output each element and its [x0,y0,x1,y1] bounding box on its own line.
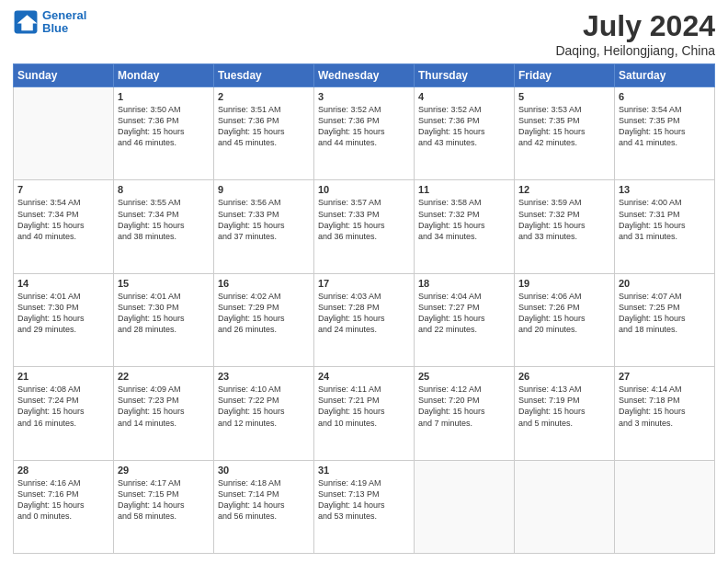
day-info: Sunrise: 3:57 AM Sunset: 7:33 PM Dayligh… [318,197,410,242]
calendar-table: Sunday Monday Tuesday Wednesday Thursday… [13,63,715,554]
calendar-row-4: 28Sunrise: 4:16 AM Sunset: 7:16 PM Dayli… [14,460,715,553]
calendar-cell-2-4: 18Sunrise: 4:04 AM Sunset: 7:27 PM Dayli… [415,273,515,366]
logo-line1: General [42,8,86,22]
day-info: Sunrise: 4:01 AM Sunset: 7:30 PM Dayligh… [118,291,210,336]
calendar-cell-1-4: 11Sunrise: 3:58 AM Sunset: 7:32 PM Dayli… [415,180,515,273]
day-number: 3 [318,91,410,102]
calendar-cell-0-4: 4Sunrise: 3:52 AM Sunset: 7:36 PM Daylig… [415,87,515,180]
day-number: 24 [318,371,410,382]
page: General Blue July 2024 Daqing, Heilongji… [0,0,728,563]
day-info: Sunrise: 4:16 AM Sunset: 7:16 PM Dayligh… [17,477,109,523]
header-friday: Friday [515,64,615,87]
calendar-cell-2-5: 19Sunrise: 4:06 AM Sunset: 7:26 PM Dayli… [515,273,615,366]
day-info: Sunrise: 3:51 AM Sunset: 7:36 PM Dayligh… [218,104,310,149]
day-info: Sunrise: 4:13 AM Sunset: 7:19 PM Dayligh… [518,384,610,429]
day-info: Sunrise: 4:06 AM Sunset: 7:26 PM Dayligh… [518,291,610,336]
day-info: Sunrise: 3:52 AM Sunset: 7:36 PM Dayligh… [318,104,410,149]
day-number: 8 [118,184,210,195]
day-number: 17 [318,278,410,289]
day-info: Sunrise: 4:04 AM Sunset: 7:27 PM Dayligh… [418,291,510,336]
day-info: Sunrise: 4:00 AM Sunset: 7:31 PM Dayligh… [619,197,711,242]
calendar-row-0: 1Sunrise: 3:50 AM Sunset: 7:36 PM Daylig… [14,87,715,180]
day-number: 7 [17,184,109,195]
calendar-cell-3-2: 23Sunrise: 4:10 AM Sunset: 7:22 PM Dayli… [214,367,314,460]
calendar-cell-0-5: 5Sunrise: 3:53 AM Sunset: 7:35 PM Daylig… [515,87,615,180]
day-info: Sunrise: 4:10 AM Sunset: 7:22 PM Dayligh… [218,384,310,429]
logo-icon [13,9,39,35]
day-number: 13 [619,184,711,195]
day-number: 23 [218,371,310,382]
header: General Blue July 2024 Daqing, Heilongji… [13,9,715,58]
calendar-cell-0-2: 2Sunrise: 3:51 AM Sunset: 7:36 PM Daylig… [214,87,314,180]
day-info: Sunrise: 4:01 AM Sunset: 7:30 PM Dayligh… [17,291,109,336]
day-info: Sunrise: 4:02 AM Sunset: 7:29 PM Dayligh… [218,291,310,336]
header-monday: Monday [114,64,214,87]
day-number: 22 [118,371,210,382]
day-info: Sunrise: 4:09 AM Sunset: 7:23 PM Dayligh… [118,384,210,429]
calendar-cell-1-6: 13Sunrise: 4:00 AM Sunset: 7:31 PM Dayli… [615,180,715,273]
calendar-row-3: 21Sunrise: 4:08 AM Sunset: 7:24 PM Dayli… [14,367,715,460]
day-number: 30 [218,465,310,476]
day-info: Sunrise: 4:03 AM Sunset: 7:28 PM Dayligh… [318,291,410,336]
logo-text: General Blue [42,9,86,36]
calendar-cell-4-0: 28Sunrise: 4:16 AM Sunset: 7:16 PM Dayli… [14,460,114,553]
day-number: 9 [218,184,310,195]
calendar-header: Sunday Monday Tuesday Wednesday Thursday… [14,64,715,87]
day-number: 21 [17,371,109,382]
day-number: 5 [518,91,610,102]
calendar-cell-0-1: 1Sunrise: 3:50 AM Sunset: 7:36 PM Daylig… [114,87,214,180]
logo-line2: Blue [42,21,68,35]
day-number: 31 [318,465,410,476]
calendar-cell-0-0 [14,87,114,180]
day-info: Sunrise: 4:17 AM Sunset: 7:15 PM Dayligh… [118,477,210,523]
day-number: 16 [218,278,310,289]
day-info: Sunrise: 3:56 AM Sunset: 7:33 PM Dayligh… [218,197,310,242]
calendar-body: 1Sunrise: 3:50 AM Sunset: 7:36 PM Daylig… [14,87,715,554]
header-tuesday: Tuesday [214,64,314,87]
calendar-cell-1-2: 9Sunrise: 3:56 AM Sunset: 7:33 PM Daylig… [214,180,314,273]
day-info: Sunrise: 3:53 AM Sunset: 7:35 PM Dayligh… [518,104,610,149]
day-number: 19 [518,278,610,289]
day-number: 14 [17,278,109,289]
calendar-cell-4-1: 29Sunrise: 4:17 AM Sunset: 7:15 PM Dayli… [114,460,214,553]
title-block: July 2024 Daqing, Heilongjiang, China [555,9,715,58]
calendar-cell-3-0: 21Sunrise: 4:08 AM Sunset: 7:24 PM Dayli… [14,367,114,460]
day-number: 11 [418,184,510,195]
calendar-cell-4-6 [615,460,715,553]
day-info: Sunrise: 3:54 AM Sunset: 7:35 PM Dayligh… [619,104,711,149]
day-info: Sunrise: 4:19 AM Sunset: 7:13 PM Dayligh… [318,477,410,523]
subtitle: Daqing, Heilongjiang, China [555,43,715,58]
day-number: 1 [118,91,210,102]
calendar-cell-3-3: 24Sunrise: 4:11 AM Sunset: 7:21 PM Dayli… [314,367,415,460]
day-info: Sunrise: 3:55 AM Sunset: 7:34 PM Dayligh… [118,197,210,242]
calendar-cell-1-0: 7Sunrise: 3:54 AM Sunset: 7:34 PM Daylig… [14,180,114,273]
header-thursday: Thursday [415,64,515,87]
day-number: 10 [318,184,410,195]
day-info: Sunrise: 3:52 AM Sunset: 7:36 PM Dayligh… [418,104,510,149]
calendar-cell-3-4: 25Sunrise: 4:12 AM Sunset: 7:20 PM Dayli… [415,367,515,460]
day-number: 2 [218,91,310,102]
logo: General Blue [13,9,86,36]
calendar-cell-2-3: 17Sunrise: 4:03 AM Sunset: 7:28 PM Dayli… [314,273,415,366]
day-info: Sunrise: 3:58 AM Sunset: 7:32 PM Dayligh… [418,197,510,242]
day-number: 29 [118,465,210,476]
calendar-cell-1-5: 12Sunrise: 3:59 AM Sunset: 7:32 PM Dayli… [515,180,615,273]
day-number: 12 [518,184,610,195]
header-sunday: Sunday [14,64,114,87]
day-info: Sunrise: 4:11 AM Sunset: 7:21 PM Dayligh… [318,384,410,429]
calendar-cell-4-2: 30Sunrise: 4:18 AM Sunset: 7:14 PM Dayli… [214,460,314,553]
day-number: 27 [619,371,711,382]
header-wednesday: Wednesday [314,64,415,87]
calendar-row-2: 14Sunrise: 4:01 AM Sunset: 7:30 PM Dayli… [14,273,715,366]
day-number: 20 [619,278,711,289]
day-info: Sunrise: 4:18 AM Sunset: 7:14 PM Dayligh… [218,477,310,523]
calendar-cell-4-4 [415,460,515,553]
day-info: Sunrise: 3:50 AM Sunset: 7:36 PM Dayligh… [118,104,210,149]
calendar-cell-3-6: 27Sunrise: 4:14 AM Sunset: 7:18 PM Dayli… [615,367,715,460]
header-row: Sunday Monday Tuesday Wednesday Thursday… [14,64,715,87]
day-number: 15 [118,278,210,289]
header-saturday: Saturday [615,64,715,87]
calendar-cell-2-0: 14Sunrise: 4:01 AM Sunset: 7:30 PM Dayli… [14,273,114,366]
calendar-cell-2-6: 20Sunrise: 4:07 AM Sunset: 7:25 PM Dayli… [615,273,715,366]
day-number: 18 [418,278,510,289]
